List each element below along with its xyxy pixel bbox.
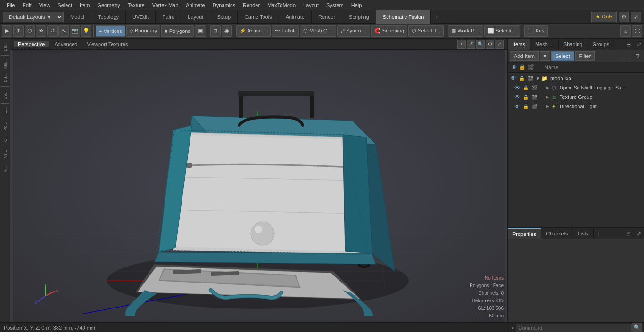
tool-boundary-btn[interactable]: ◇ Boundary (126, 25, 160, 37)
sidebar-item-uv[interactable]: UV... (3, 89, 8, 101)
props-tab-properties[interactable]: Properties (508, 228, 541, 239)
menu-item[interactable]: Item (76, 0, 93, 10)
items-select-button[interactable]: Select (551, 51, 574, 61)
menu-select[interactable]: Select (54, 0, 76, 10)
tool-home-icon[interactable]: ⌂ (620, 25, 631, 37)
item-render-texture-group[interactable]: 🎬 (530, 93, 538, 101)
viewport-tab-advanced[interactable]: Advanced (50, 41, 81, 47)
tool-rotate-icon[interactable]: ↺ (47, 25, 58, 37)
expand-directional-light[interactable]: ▶ (545, 104, 550, 109)
item-vis-luggage[interactable]: 👁 (513, 84, 521, 91)
menu-edit[interactable]: Edit (19, 0, 35, 10)
tool-sphere-icon[interactable]: ◉ (222, 25, 232, 37)
tool-mode-4[interactable]: ▣ (195, 25, 206, 37)
tool-kits-btn[interactable]: ⬛ Kits (524, 25, 547, 37)
layout-expand-icon[interactable]: ⤢ (631, 12, 641, 22)
expand-texture-group[interactable]: ▶ (545, 94, 550, 100)
item-render-modo-lxo[interactable]: 🎬 (527, 74, 534, 82)
menu-geometry[interactable]: Geometry (93, 0, 124, 10)
layout-tab-schematic[interactable]: Schematic Fusion (376, 10, 431, 24)
tool-action-btn[interactable]: ⚡ Action ... (236, 25, 271, 37)
sidebar-item-po[interactable]: Po... (3, 120, 8, 133)
item-render-luggage[interactable]: 🎬 (530, 84, 538, 91)
menu-texture[interactable]: Texture (124, 0, 149, 10)
menu-maxtomodo[interactable]: MaxToModo (264, 0, 299, 10)
sidebar-item-f[interactable]: F... (3, 164, 8, 174)
col-lock-icon[interactable]: 🔒 (518, 63, 527, 72)
tool-fullscreen-icon[interactable]: ⛶ (632, 25, 642, 37)
layout-tab-scripting[interactable]: Scripting (342, 10, 376, 24)
props-expand-icon[interactable]: ⤢ (634, 228, 644, 239)
item-lock-directional-light[interactable]: 🔒 (522, 103, 529, 110)
items-toolbar-expand-icon[interactable]: ⊞ (632, 50, 642, 62)
item-row-modo-lxo[interactable]: 👁 🔒 🎬 ▼ 📁 modo.lxo (508, 73, 644, 83)
add-item-dropdown[interactable]: ▼ (540, 51, 550, 61)
props-tab-lists[interactable]: Lists (573, 228, 594, 239)
tool-world-icon[interactable]: ⊕ (13, 25, 24, 37)
sidebar-item-c[interactable]: C... (3, 133, 8, 144)
item-lock-modo-lxo[interactable]: 🔒 (518, 74, 526, 82)
layout-tab-layout[interactable]: Layout (181, 10, 210, 24)
viewport-tab-perspective[interactable]: Perspective (14, 41, 49, 47)
tool-move-icon[interactable]: ✥ (36, 25, 46, 37)
menu-help[interactable]: Help (347, 0, 366, 10)
sidebar-item-me[interactable]: Me... (3, 57, 8, 71)
sidebar-item-de[interactable]: De... (3, 40, 8, 53)
items-toolbar-minus-icon[interactable]: — (621, 50, 632, 62)
tool-select-t-btn[interactable]: ⬡ Select T... (408, 25, 444, 37)
layout-tab-model[interactable]: Model (64, 10, 91, 24)
item-row-directional-light[interactable]: 👁 🔒 🎬 ▶ ☀ Directional Light (512, 102, 644, 111)
item-row-luggage[interactable]: 👁 🔒 🎬 ▶ ⬡ Open_Softshell_Luggage_Sa ... (512, 83, 644, 92)
layout-tab-gametools[interactable]: Game Tools (238, 10, 279, 24)
layout-tab-setup[interactable]: Setup (210, 10, 238, 24)
star-only-button[interactable]: ★ Only (591, 12, 617, 22)
menu-view[interactable]: View (35, 0, 54, 10)
add-item-button[interactable]: Add Item (510, 51, 539, 61)
props-tab-channels[interactable]: Channels (541, 228, 573, 239)
tool-scale-icon[interactable]: ⤡ (58, 25, 69, 37)
tool-vertices-btn[interactable]: ● Vertices (96, 25, 125, 37)
tool-uv-icon[interactable]: ⊞ (210, 25, 221, 37)
col-render-icon[interactable]: 🎬 (527, 63, 535, 72)
layout-tab-topology[interactable]: Topology (91, 10, 126, 24)
viewport-settings-icon[interactable]: ⚙ (486, 40, 494, 49)
sidebar-item-e[interactable]: E... (3, 105, 8, 116)
tool-select-icon[interactable]: ▶ (2, 25, 12, 37)
items-tab-shading[interactable]: Shading (559, 39, 587, 50)
layout-tab-uvedit[interactable]: UVEdit (126, 10, 156, 24)
menu-animate[interactable]: Animate (182, 0, 208, 10)
expand-luggage[interactable]: ▶ (545, 85, 550, 90)
viewport-tab-textures[interactable]: Viewport Textures (83, 41, 132, 47)
item-row-texture-group[interactable]: 👁 🔒 🎬 ▶ ⧄ Texture Group (512, 92, 644, 102)
sidebar-item-du[interactable]: Du... (3, 72, 8, 84)
viewport-search-icon[interactable]: 🔍 (476, 40, 485, 49)
layout-settings-icon[interactable]: ⚙ (619, 12, 629, 22)
layout-add-button[interactable]: + (431, 13, 442, 21)
layout-dropdown[interactable]: Default Layouts ▼ (3, 12, 64, 22)
item-vis-texture-group[interactable]: 👁 (513, 93, 521, 101)
tool-falloff-btn[interactable]: 〜 Falloff (272, 25, 299, 37)
item-vis-directional-light[interactable]: 👁 (513, 103, 521, 110)
layout-tab-animate[interactable]: Animate (279, 10, 312, 24)
tool-mesh-btn[interactable]: ⬡ Mesh C ... (300, 25, 336, 37)
item-render-directional-light[interactable]: 🎬 (530, 103, 538, 110)
props-add-button[interactable]: + (594, 228, 604, 239)
canvas-area[interactable]: No Items Polygons : Face Channels: 0 Def… (10, 50, 507, 322)
menu-layout[interactable]: Layout (299, 0, 322, 10)
items-tab-items[interactable]: Items (508, 39, 530, 50)
col-vis-icon[interactable]: 👁 (510, 63, 518, 72)
menu-vertex-map[interactable]: Vertex Map (149, 0, 182, 10)
sidebar-item-ve[interactable]: Ve... (3, 148, 8, 160)
viewport-refresh-icon[interactable]: ↺ (467, 40, 475, 49)
viewport-expand-icon[interactable]: ⤢ (495, 40, 504, 49)
menu-system[interactable]: System (322, 0, 347, 10)
viewport-home-icon[interactable]: ⌖ (457, 40, 466, 49)
items-panel-expand-icon[interactable]: ⤢ (634, 39, 644, 50)
tool-work-plane-btn[interactable]: ▦ Work Pl... (448, 25, 483, 37)
command-search-icon[interactable]: 🔍 (632, 323, 642, 332)
menu-dynamics[interactable]: Dynamics (209, 0, 239, 10)
item-vis-modo-lxo[interactable]: 👁 (510, 74, 517, 82)
command-input[interactable] (516, 324, 632, 332)
item-lock-texture-group[interactable]: 🔒 (522, 93, 529, 101)
tool-snapping-btn[interactable]: 🧲 Snapping (371, 25, 408, 37)
